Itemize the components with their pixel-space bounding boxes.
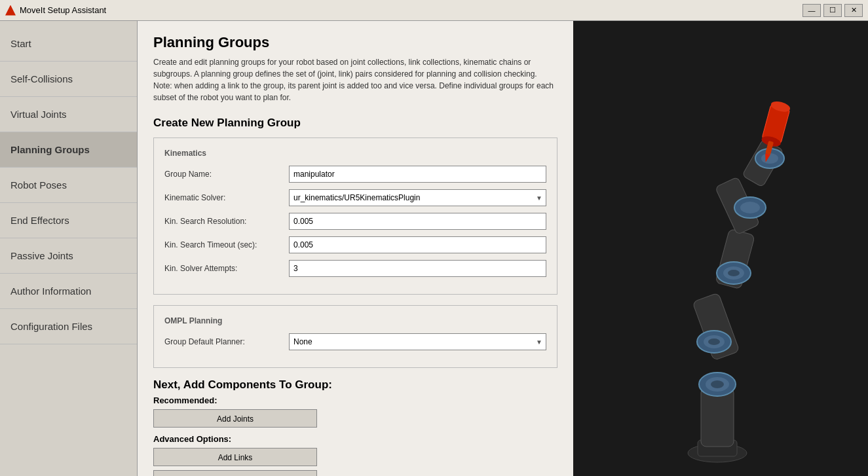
- sidebar-item-self-collisions[interactable]: Self-Collisions: [0, 62, 137, 97]
- components-title: Next, Add Components To Group:: [153, 378, 557, 392]
- group-default-planner-wrapper: None RRT RRTConnect EST KPIECE ▼: [289, 333, 546, 350]
- kin-solver-row: Kinematic Solver: ur_kinematics/UR5Kinem…: [164, 189, 546, 206]
- title-bar: MoveIt Setup Assistant — ☐ ✕: [0, 0, 868, 21]
- app-body: Start Self-Collisions Virtual Joints Pla…: [0, 21, 868, 476]
- add-kin-chain-button[interactable]: Add Kin. Chain: [153, 470, 317, 476]
- kin-solver-attempts-row: Kin. Solver Attempts:: [164, 260, 546, 277]
- kin-search-timeout-input[interactable]: [289, 236, 546, 253]
- svg-point-25: [728, 270, 740, 276]
- kin-solver-label: Kinematic Solver:: [164, 193, 289, 202]
- sidebar: Start Self-Collisions Virtual Joints Pla…: [0, 21, 138, 476]
- sidebar-item-author-information[interactable]: Author Information: [0, 274, 137, 309]
- section-title: Create New Planning Group: [153, 117, 557, 130]
- svg-point-14: [740, 202, 760, 213]
- ompl-label: OMPL Planning: [164, 316, 546, 325]
- sidebar-item-self-collisions-label: Self-Collisions: [10, 73, 73, 84]
- sidebar-item-robot-poses-label: Robot Poses: [10, 179, 67, 191]
- robot-viewport: [573, 21, 868, 476]
- sidebar-item-passive-joints-label: Passive Joints: [10, 250, 73, 261]
- window-controls: — ☐ ✕: [802, 4, 863, 17]
- sidebar-item-start-label: Start: [10, 38, 31, 49]
- svg-point-24: [708, 339, 720, 345]
- app-icon: [5, 5, 16, 16]
- sidebar-item-passive-joints[interactable]: Passive Joints: [0, 238, 137, 274]
- group-default-planner-label: Group Default Planner:: [164, 337, 289, 346]
- main-content: Planning Groups Create and edit planning…: [138, 21, 573, 476]
- kin-solver-select[interactable]: ur_kinematics/UR5KinematicsPlugin None k…: [289, 189, 546, 206]
- kin-search-res-input[interactable]: [289, 213, 546, 230]
- sidebar-item-configuration-files-label: Configuration Files: [10, 321, 92, 332]
- svg-point-23: [711, 380, 724, 388]
- components-section: Next, Add Components To Group: Recommend…: [153, 378, 557, 476]
- group-name-label: Group Name:: [164, 170, 289, 179]
- add-joints-button[interactable]: Add Joints: [153, 409, 317, 428]
- minimize-button[interactable]: —: [802, 4, 821, 17]
- kin-search-timeout-label: Kin. Search Timeout (sec):: [164, 240, 289, 249]
- kin-solver-wrapper: ur_kinematics/UR5KinematicsPlugin None k…: [289, 189, 546, 206]
- sidebar-item-virtual-joints[interactable]: Virtual Joints: [0, 97, 137, 132]
- sidebar-item-start[interactable]: Start: [0, 26, 137, 62]
- window-title: MoveIt Setup Assistant: [20, 5, 802, 15]
- robot-visualization: [573, 21, 868, 476]
- sidebar-item-planning-groups[interactable]: Planning Groups: [0, 132, 137, 168]
- sidebar-item-planning-groups-label: Planning Groups: [10, 144, 90, 155]
- group-name-row: Group Name:: [164, 166, 546, 183]
- sidebar-item-author-information-label: Author Information: [10, 285, 91, 297]
- recommended-label: Recommended:: [153, 395, 557, 405]
- sidebar-item-end-effectors[interactable]: End Effectors: [0, 203, 137, 238]
- group-name-input[interactable]: [289, 166, 546, 183]
- sidebar-item-configuration-files[interactable]: Configuration Files: [0, 309, 137, 344]
- sidebar-item-virtual-joints-label: Virtual Joints: [10, 109, 67, 120]
- page-description: Create and edit planning groups for your…: [153, 56, 557, 103]
- kin-solver-attempts-label: Kin. Solver Attempts:: [164, 264, 289, 273]
- kin-search-res-row: Kin. Search Resolution:: [164, 213, 546, 230]
- close-button[interactable]: ✕: [844, 4, 863, 17]
- kin-search-timeout-row: Kin. Search Timeout (sec):: [164, 236, 546, 253]
- kinematics-label: Kinematics: [164, 149, 546, 158]
- sidebar-item-end-effectors-label: End Effectors: [10, 215, 69, 226]
- page-title: Planning Groups: [153, 34, 557, 51]
- advanced-label: Advanced Options:: [153, 434, 557, 444]
- group-default-planner-select[interactable]: None RRT RRTConnect EST KPIECE: [289, 333, 546, 350]
- group-default-planner-row: Group Default Planner: None RRT RRTConne…: [164, 333, 546, 350]
- sidebar-item-robot-poses[interactable]: Robot Poses: [0, 168, 137, 203]
- kinematics-section: Kinematics Group Name: Kinematic Solver:…: [153, 137, 557, 295]
- kin-solver-attempts-input[interactable]: [289, 260, 546, 277]
- maximize-button[interactable]: ☐: [823, 4, 842, 17]
- ompl-section: OMPL Planning Group Default Planner: Non…: [153, 305, 557, 368]
- add-links-button[interactable]: Add Links: [153, 448, 317, 466]
- kin-search-res-label: Kin. Search Resolution:: [164, 217, 289, 226]
